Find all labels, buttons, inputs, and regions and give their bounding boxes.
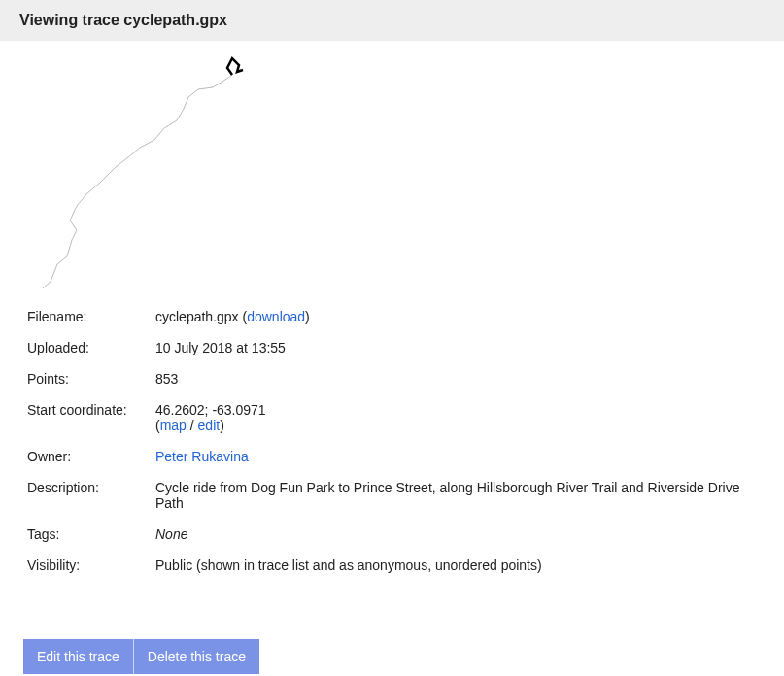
- start-coord-text: 46.2602; -63.0971: [155, 402, 266, 418]
- row-start-coord: Start coordinate: 46.2602; -63.0971 (map…: [23, 394, 761, 441]
- value-visibility: Public (shown in trace list and as anony…: [152, 550, 761, 581]
- edit-link[interactable]: edit: [198, 418, 221, 433]
- map-link[interactable]: map: [160, 418, 187, 433]
- row-description: Description: Cycle ride from Dog Fun Par…: [23, 472, 761, 519]
- value-points: 853: [152, 363, 761, 394]
- row-owner: Owner: Peter Rukavina: [23, 441, 761, 472]
- label-points: Points:: [23, 363, 152, 394]
- value-owner: Peter Rukavina: [152, 441, 761, 472]
- details-table: Filename: cyclepath.gpx (download) Uploa…: [23, 301, 761, 581]
- row-visibility: Visibility: Public (shown in trace list …: [23, 550, 761, 581]
- value-tags: None: [152, 519, 761, 550]
- row-tags: Tags: None: [23, 519, 761, 550]
- trace-thumbnail: [23, 51, 266, 293]
- button-row: Edit this traceDelete this trace: [23, 639, 761, 674]
- content-area: Filename: cyclepath.gpx (download) Uploa…: [0, 41, 784, 676]
- value-start-coord: 46.2602; -63.0971 (map / edit): [152, 394, 761, 441]
- row-filename: Filename: cyclepath.gpx (download): [23, 301, 761, 332]
- label-uploaded: Uploaded:: [23, 332, 152, 363]
- label-filename: Filename:: [23, 301, 152, 332]
- label-visibility: Visibility:: [23, 550, 152, 581]
- row-points: Points: 853: [23, 363, 761, 394]
- label-owner: Owner:: [23, 441, 152, 472]
- page-header: Viewing trace cyclepath.gpx: [0, 0, 784, 41]
- header-prefix: Viewing trace: [19, 12, 123, 28]
- value-uploaded: 10 July 2018 at 13:55: [152, 332, 761, 363]
- label-tags: Tags:: [23, 519, 152, 550]
- value-description: Cycle ride from Dog Fun Park to Prince S…: [152, 472, 761, 519]
- owner-link[interactable]: Peter Rukavina: [155, 449, 249, 464]
- filename-text: cyclepath.gpx: [155, 309, 239, 324]
- value-filename: cyclepath.gpx (download): [152, 301, 761, 332]
- label-start-coord: Start coordinate:: [23, 394, 152, 441]
- edit-trace-button[interactable]: Edit this trace: [23, 639, 133, 674]
- row-uploaded: Uploaded: 10 July 2018 at 13:55: [23, 332, 761, 363]
- delete-trace-button[interactable]: Delete this trace: [133, 639, 259, 674]
- download-link[interactable]: download: [247, 309, 305, 324]
- header-trace-name: cyclepath.gpx: [123, 12, 227, 28]
- label-description: Description:: [23, 472, 152, 519]
